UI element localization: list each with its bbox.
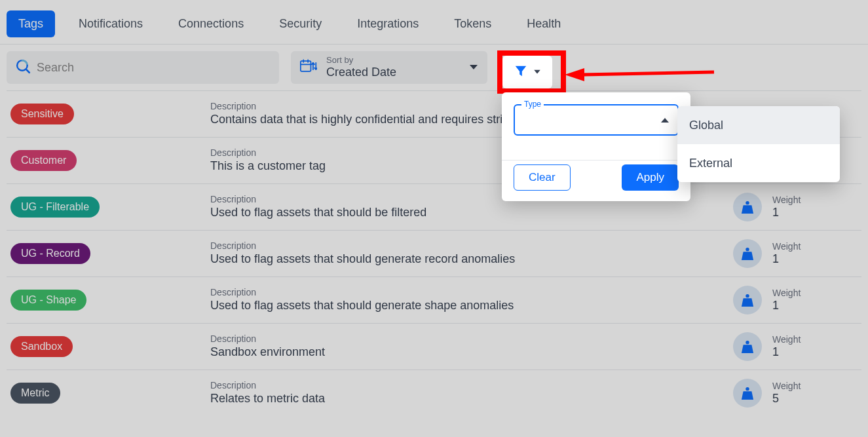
tag-row[interactable]: SandboxDescriptionSandbox environmentWei… (7, 323, 861, 370)
tab-tags[interactable]: Tags (7, 10, 55, 37)
tag-row[interactable]: UG - ShapeDescriptionUsed to flag assets… (7, 276, 861, 323)
weight-icon (733, 239, 762, 268)
description-cell: DescriptionRelates to metric data (210, 380, 733, 406)
weight-value: 1 (772, 299, 801, 313)
weight-cell: Weight5 (733, 379, 858, 408)
svg-line-1 (26, 69, 29, 73)
chevron-up-icon (660, 114, 670, 126)
filter-popover: Type Clear Apply (502, 92, 690, 201)
clear-button[interactable]: Clear (514, 164, 571, 191)
weight-cell: Weight1 (733, 332, 858, 361)
tag-chip[interactable]: UG - Filterable (10, 197, 100, 218)
filter-button[interactable] (502, 56, 552, 88)
filter-type-options: GlobalExternal (677, 106, 840, 182)
svg-rect-2 (301, 61, 311, 71)
description-text: Sandbox environment (210, 345, 733, 360)
filter-type-option[interactable]: External (677, 144, 840, 182)
sort-value: Created Date (326, 66, 396, 79)
svg-point-10 (745, 387, 749, 390)
weight-icon (733, 286, 762, 314)
svg-point-7 (745, 248, 749, 251)
tag-row[interactable]: UG - RecordDescriptionUsed to flag asset… (7, 230, 861, 276)
description-text: Used to flag assets that should generate… (210, 298, 733, 313)
tag-chip[interactable]: Sandbox (10, 336, 73, 357)
filter-type-label: Type (521, 100, 544, 109)
weight-value: 5 (772, 392, 801, 406)
weight-icon (733, 193, 762, 221)
weight-value: 1 (772, 345, 801, 359)
description-text: Used to flag assets that should be filte… (210, 205, 733, 220)
chevron-down-icon (533, 69, 541, 75)
calendar-sort-icon (300, 58, 317, 77)
toolbar: Sort by Created Date (0, 45, 868, 90)
weight-label: Weight (772, 334, 801, 345)
tab-connections[interactable]: Connections (166, 10, 255, 37)
tabs-bar: TagsNotificationsConnectionsSecurityInte… (0, 0, 868, 45)
weight-value: 1 (772, 206, 801, 219)
description-label: Description (210, 287, 733, 298)
description-cell: DescriptionUsed to flag assets that shou… (210, 240, 733, 266)
description-cell: DescriptionSandbox environment (210, 333, 733, 359)
weight-cell: Weight1 (733, 239, 858, 268)
weight-label: Weight (772, 241, 801, 252)
svg-point-9 (745, 341, 749, 344)
filter-type-option[interactable]: Global (677, 106, 840, 144)
tab-health[interactable]: Health (515, 10, 573, 37)
weight-label: Weight (772, 381, 801, 392)
search-box[interactable] (7, 51, 279, 84)
filter-icon (514, 64, 528, 81)
weight-label: Weight (772, 195, 801, 206)
chevron-down-icon (469, 64, 478, 71)
tab-security[interactable]: Security (267, 10, 333, 37)
tab-integrations[interactable]: Integrations (345, 10, 430, 37)
divider (502, 160, 690, 161)
weight-cell: Weight1 (733, 193, 858, 221)
description-label: Description (210, 240, 733, 252)
tab-tokens[interactable]: Tokens (442, 10, 503, 37)
tag-chip[interactable]: Metric (10, 383, 60, 404)
weight-label: Weight (772, 288, 801, 299)
search-icon (14, 58, 31, 77)
description-text: Relates to metric data (210, 391, 733, 406)
tag-chip[interactable]: UG - Shape (10, 290, 86, 311)
tag-row[interactable]: MetricDescriptionRelates to metric dataW… (7, 370, 861, 416)
weight-icon (733, 379, 762, 408)
tag-chip[interactable]: UG - Record (10, 243, 90, 264)
tag-row[interactable]: UG - FilterableDescriptionUsed to flag a… (7, 183, 861, 230)
sort-dropdown[interactable]: Sort by Created Date (291, 51, 487, 84)
description-label: Description (210, 380, 733, 391)
description-cell: DescriptionUsed to flag assets that shou… (210, 287, 733, 313)
weight-icon (733, 332, 762, 361)
search-input[interactable] (37, 61, 271, 75)
tag-chip[interactable]: Customer (10, 150, 77, 171)
description-label: Description (210, 333, 733, 345)
filter-type-select[interactable]: Type (514, 104, 679, 136)
tab-notifications[interactable]: Notifications (67, 10, 155, 37)
description-text: Used to flag assets that should generate… (210, 252, 733, 267)
weight-cell: Weight1 (733, 286, 858, 314)
sort-label: Sort by (326, 56, 396, 66)
svg-point-6 (745, 201, 749, 204)
tag-chip[interactable]: Sensitive (10, 104, 74, 124)
apply-button[interactable]: Apply (622, 164, 679, 191)
svg-point-8 (745, 294, 749, 297)
weight-value: 1 (772, 252, 801, 266)
